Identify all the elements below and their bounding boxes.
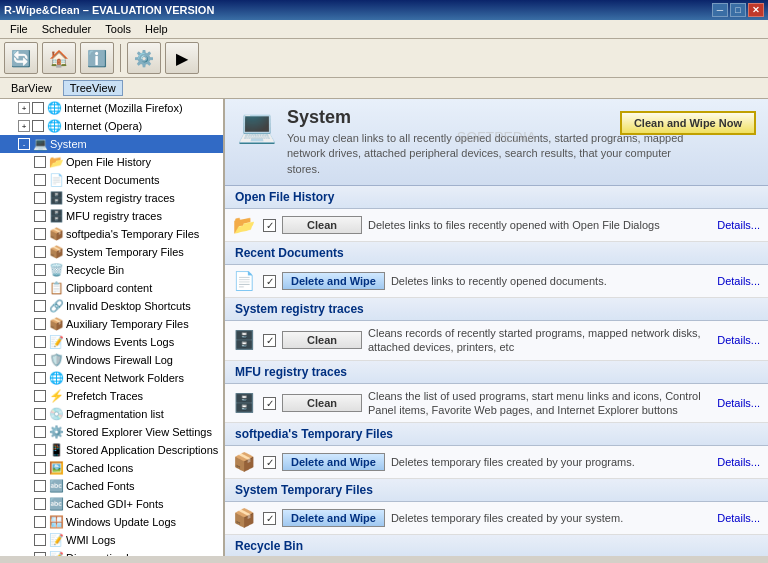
minimize-button[interactable]: ─: [712, 3, 728, 17]
tree-item-softpedia-temp[interactable]: 📦 softpedia's Temporary Files: [0, 225, 223, 243]
row-checkbox-mfu-registry[interactable]: [263, 397, 276, 410]
row-details-recent-docs[interactable]: Details...: [717, 275, 760, 287]
tree-item-gdi-fonts[interactable]: 🔤 Cached GDI+ Fonts: [0, 495, 223, 513]
tree-item-diag-logs[interactable]: 📝 Diagnostics Logs: [0, 549, 223, 556]
tree-item-defrag[interactable]: 💿 Defragmentation list: [0, 405, 223, 423]
tree-item-system[interactable]: - 💻 System: [0, 135, 223, 153]
btn-delete-wipe-recent-docs[interactable]: Delete and Wipe: [282, 272, 385, 290]
checkbox-aux-temp[interactable]: [34, 318, 46, 330]
view-toggle-bar: BarView TreeView: [0, 78, 768, 99]
btn-delete-wipe-sys-temp[interactable]: Delete and Wipe: [282, 509, 385, 527]
tree-item-recent-docs[interactable]: 📄 Recent Documents: [0, 171, 223, 189]
bar-view-button[interactable]: BarView: [4, 80, 59, 96]
maximize-button[interactable]: □: [730, 3, 746, 17]
tree-item-cached-icons[interactable]: 🖼️ Cached Icons: [0, 459, 223, 477]
tree-view-button[interactable]: TreeView: [63, 80, 123, 96]
clipboard-icon: 📋: [48, 280, 64, 296]
checkbox-clipboard[interactable]: [34, 282, 46, 294]
checkbox-cached-icons[interactable]: [34, 462, 46, 474]
row-details-sys-temp[interactable]: Details...: [717, 512, 760, 524]
tree-item-explorer-settings[interactable]: ⚙️ Stored Explorer View Settings: [0, 423, 223, 441]
row-details-open-file[interactable]: Details...: [717, 219, 760, 231]
checkbox-wmi-logs[interactable]: [34, 534, 46, 546]
logs-icon-firewall: 🛡️: [48, 352, 64, 368]
tree-item-clipboard[interactable]: 📋 Clipboard content: [0, 279, 223, 297]
tree-item-sys-temp[interactable]: 📦 System Temporary Files: [0, 243, 223, 261]
tree-item-firewall-log[interactable]: 🛡️ Windows Firewall Log: [0, 351, 223, 369]
tree-item-recycle-bin[interactable]: 🗑️ Recycle Bin: [0, 261, 223, 279]
checkbox-wu-logs[interactable]: [34, 516, 46, 528]
checkbox-firewall-log[interactable]: [34, 354, 46, 366]
tree-item-opera[interactable]: + 🌐 Internet (Opera): [0, 117, 223, 135]
tree-item-sys-registry[interactable]: 🗄️ System registry traces: [0, 189, 223, 207]
checkbox-defrag[interactable]: [34, 408, 46, 420]
btn-clean-sys-registry[interactable]: Clean: [282, 331, 362, 349]
cache-icon-icons: 🖼️: [48, 460, 64, 476]
expand-icon-mozilla[interactable]: +: [18, 102, 30, 114]
tree-label-wmi-logs: WMI Logs: [66, 534, 221, 546]
checkbox-sys-temp[interactable]: [34, 246, 46, 258]
row-details-mfu-registry[interactable]: Details...: [717, 397, 760, 409]
tree-item-wu-logs[interactable]: 🪟 Windows Update Logs: [0, 513, 223, 531]
section-row-recent-docs: 📄 Delete and Wipe Deletes links to recen…: [225, 265, 768, 297]
tree-item-wmi-logs[interactable]: 📝 WMI Logs: [0, 531, 223, 549]
menu-help[interactable]: Help: [139, 21, 174, 37]
tree-label-softpedia-temp: softpedia's Temporary Files: [66, 228, 221, 240]
toolbar-btn-home[interactable]: 🏠: [42, 42, 76, 74]
tree-item-cached-fonts[interactable]: 🔤 Cached Fonts: [0, 477, 223, 495]
tree-label-cached-icons: Cached Icons: [66, 462, 221, 474]
checkbox-recent-network[interactable]: [34, 372, 46, 384]
clean-wipe-now-button[interactable]: Clean and Wipe Now: [620, 111, 756, 135]
row-icon-sys-temp: 📦: [233, 507, 257, 529]
checkbox-app-desc[interactable]: [34, 444, 46, 456]
toolbar-btn-run[interactable]: ▶: [165, 42, 199, 74]
expand-icon-opera[interactable]: +: [18, 120, 30, 132]
close-button[interactable]: ✕: [748, 3, 764, 17]
row-checkbox-sys-temp[interactable]: [263, 512, 276, 525]
checkbox-sys-registry[interactable]: [34, 192, 46, 204]
btn-clean-mfu-registry[interactable]: Clean: [282, 394, 362, 412]
checkbox-open-file-history[interactable]: [34, 156, 46, 168]
checkbox-events-logs[interactable]: [34, 336, 46, 348]
checkbox-invalid-shortcuts[interactable]: [34, 300, 46, 312]
toolbar-btn-info[interactable]: ℹ️: [80, 42, 114, 74]
checkbox-prefetch[interactable]: [34, 390, 46, 402]
checkbox-mozilla[interactable]: [32, 102, 44, 114]
tree-label-recycle: Recycle Bin: [66, 264, 221, 276]
tree-item-aux-temp[interactable]: 📦 Auxiliary Temporary Files: [0, 315, 223, 333]
row-checkbox-recent-docs[interactable]: [263, 275, 276, 288]
tree-item-events-logs[interactable]: 📝 Windows Events Logs: [0, 333, 223, 351]
row-details-softpedia-temp[interactable]: Details...: [717, 456, 760, 468]
btn-clean-open-file[interactable]: Clean: [282, 216, 362, 234]
tree-item-mozilla[interactable]: + 🌐 Internet (Mozilla Firefox): [0, 99, 223, 117]
checkbox-diag-logs[interactable]: [34, 552, 46, 556]
checkbox-recycle-bin[interactable]: [34, 264, 46, 276]
tree-item-mfu-registry[interactable]: 🗄️ MFU registry traces: [0, 207, 223, 225]
toolbar-btn-refresh[interactable]: 🔄: [4, 42, 38, 74]
checkbox-explorer-settings[interactable]: [34, 426, 46, 438]
menu-file[interactable]: File: [4, 21, 34, 37]
checkbox-gdi-fonts[interactable]: [34, 498, 46, 510]
checkbox-softpedia-temp[interactable]: [34, 228, 46, 240]
tree-item-invalid-shortcuts[interactable]: 🔗 Invalid Desktop Shortcuts: [0, 297, 223, 315]
row-checkbox-sys-registry[interactable]: [263, 334, 276, 347]
tree-item-prefetch[interactable]: ⚡ Prefetch Traces: [0, 387, 223, 405]
toolbar-btn-settings[interactable]: ⚙️: [127, 42, 161, 74]
tree-item-recent-network[interactable]: 🌐 Recent Network Folders: [0, 369, 223, 387]
btn-delete-wipe-softpedia-temp[interactable]: Delete and Wipe: [282, 453, 385, 471]
checkbox-mfu-registry[interactable]: [34, 210, 46, 222]
expand-icon-system[interactable]: -: [18, 138, 30, 150]
row-details-sys-registry[interactable]: Details...: [717, 334, 760, 346]
menu-scheduler[interactable]: Scheduler: [36, 21, 98, 37]
tree-item-app-desc[interactable]: 📱 Stored Application Descriptions: [0, 441, 223, 459]
tree-item-open-file-history[interactable]: 📂 Open File History: [0, 153, 223, 171]
right-panel: 💻 System You may clean links to all rece…: [225, 99, 768, 556]
menu-tools[interactable]: Tools: [99, 21, 137, 37]
docs-icon-recent: 📄: [48, 172, 64, 188]
row-checkbox-softpedia-temp[interactable]: [263, 456, 276, 469]
checkbox-cached-fonts[interactable]: [34, 480, 46, 492]
row-checkbox-open-file[interactable]: [263, 219, 276, 232]
section-sys-registry: System registry traces 🗄️ Clean Cleans r…: [225, 298, 768, 361]
checkbox-opera[interactable]: [32, 120, 44, 132]
checkbox-recent-docs[interactable]: [34, 174, 46, 186]
